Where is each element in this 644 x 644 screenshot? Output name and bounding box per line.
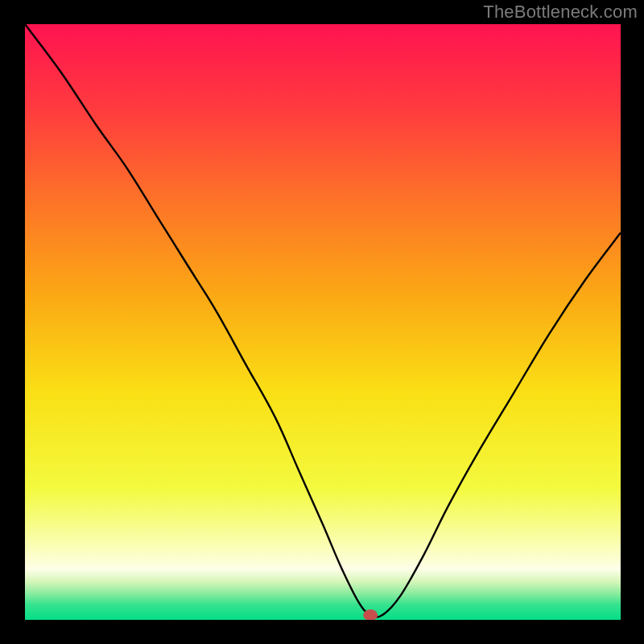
watermark-label: TheBottleneck.com bbox=[483, 2, 638, 23]
background-gradient bbox=[25, 24, 621, 620]
plot-svg bbox=[25, 24, 621, 620]
chart-frame: TheBottleneck.com bbox=[0, 0, 644, 644]
plot-area bbox=[25, 24, 621, 620]
